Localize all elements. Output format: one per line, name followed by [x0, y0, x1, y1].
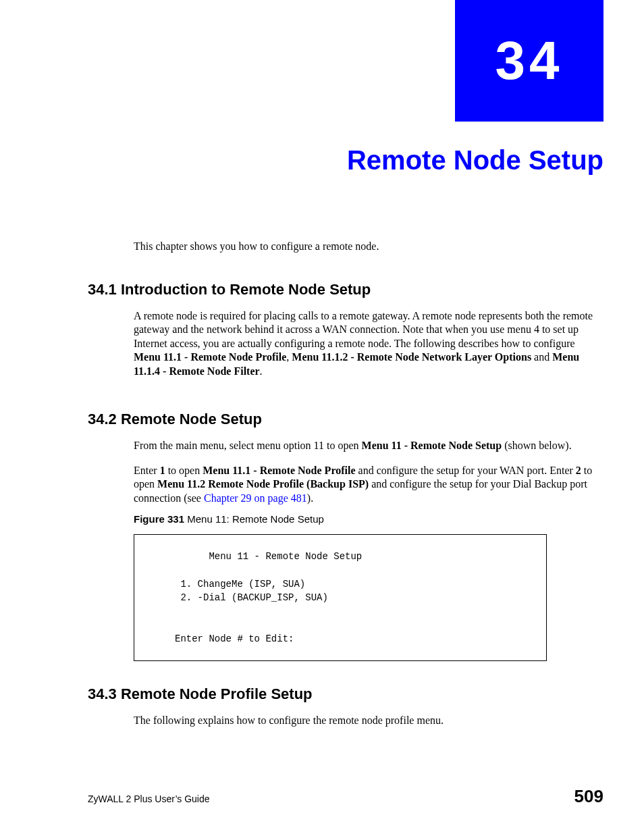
text: to open: [165, 465, 203, 476]
figure-label-bold: Figure 331: [134, 513, 187, 525]
footer-page-number: 509: [574, 786, 603, 807]
bold: 1: [160, 465, 165, 476]
section-heading-34-3: 34.3 Remote Node Profile Setup: [88, 685, 603, 703]
footer-guide-name: ZyWALL 2 Plus User’s Guide: [88, 793, 210, 804]
section-34-2-paragraph-2: Enter 1 to open Menu 11.1 - Remote Node …: [134, 464, 603, 505]
chapter-title: Remote Node Setup: [88, 145, 603, 176]
text: (shown below).: [502, 440, 572, 451]
text: .: [260, 365, 263, 377]
content: This chapter shows you how to configure …: [88, 230, 603, 736]
section-heading-34-1: 34.1 Introduction to Remote Node Setup: [88, 281, 603, 298]
bold: Menu 11.1 - Remote Node Profile: [203, 465, 355, 476]
chapter-number-block: 34: [455, 0, 603, 122]
section-34-1-paragraph: A remote node is required for placing ca…: [134, 309, 603, 378]
bold: Menu 11.1.2 - Remote Node Network Layer …: [292, 351, 531, 363]
section-34-3-paragraph: The following explains how to configure …: [134, 714, 603, 727]
text: and configure the setup for your WAN por…: [356, 465, 576, 476]
figure-caption: Figure 331 Menu 11: Remote Node Setup: [134, 513, 603, 525]
text: and: [531, 351, 552, 363]
section-heading-34-2: 34.2 Remote Node Setup: [88, 411, 603, 428]
section-34-2-paragraph-1: From the main menu, select menu option 1…: [134, 439, 603, 452]
bold: 2: [576, 465, 581, 476]
text: ).: [307, 492, 313, 504]
chapter-intro: This chapter shows you how to configure …: [134, 240, 603, 253]
figure-label: Menu 11: Remote Node Setup: [187, 513, 324, 525]
figure-menu-box: Menu 11 - Remote Node Setup 1. ChangeMe …: [134, 534, 547, 661]
text: Enter: [134, 465, 160, 476]
bold: Menu 11 - Remote Node Setup: [362, 440, 502, 451]
page: 34 Remote Node Setup This chapter shows …: [0, 0, 644, 834]
text: From the main menu, select menu option 1…: [134, 440, 362, 451]
chapter-number: 34: [495, 30, 564, 92]
text: A remote node is required for placing ca…: [134, 310, 593, 349]
bold: Menu 11.2 Remote Node Profile (Backup IS…: [157, 478, 369, 490]
cross-reference-link[interactable]: Chapter 29 on page 481: [204, 492, 307, 504]
footer: ZyWALL 2 Plus User’s Guide 509: [88, 786, 603, 807]
bold: Menu 11.1 - Remote Node Profile: [134, 351, 286, 363]
